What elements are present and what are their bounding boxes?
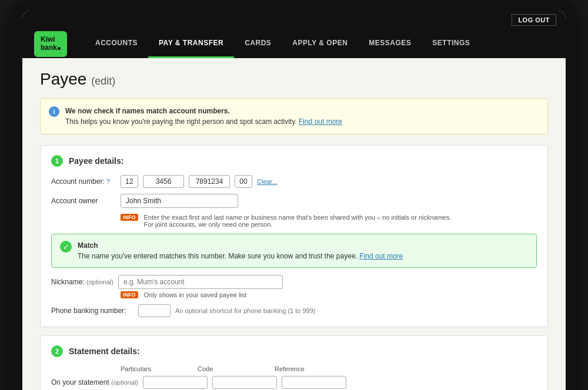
account-number-row: Account number: ? 12 3456 7891234 00 Cle… <box>51 175 537 188</box>
logout-button[interactable]: LOG OUT <box>512 14 556 26</box>
stmt-particulars-input1[interactable] <box>143 376 208 389</box>
info-icon: i <box>49 106 59 117</box>
account-branch[interactable]: 3456 <box>143 175 184 188</box>
nickname-info-badge: INFO <box>121 291 138 298</box>
stmt-row1-label: On your statement (optional) <box>51 378 138 386</box>
clear-link[interactable]: Clear... <box>257 178 278 185</box>
section1-header: 1 Payee details: <box>51 155 537 167</box>
account-owner-input[interactable] <box>121 194 238 208</box>
stmt-col-code: Code <box>198 365 265 372</box>
nav-links: ACCOUNTS PAY & TRANSFER CARDS APPLY & OP… <box>85 29 480 58</box>
nav-bar: Kiwi bank ACCOUNTS PAY & TRANSFER CARDS … <box>22 29 566 58</box>
page-title: Payee (edit) <box>40 70 548 89</box>
phone-banking-input[interactable] <box>138 304 171 317</box>
section2-header: 2 Statement details: <box>51 345 537 357</box>
stmt-reference-input1[interactable] <box>282 376 346 389</box>
section2-num: 2 <box>51 345 63 357</box>
info-banner: i We now check if names match account nu… <box>40 98 548 135</box>
account-help-icon[interactable]: ? <box>106 178 110 185</box>
info-banner-text: We now check if names match account numb… <box>65 106 342 127</box>
section1-num: 1 <box>51 155 63 167</box>
nickname-row: Nickname: (optional) <box>51 275 537 289</box>
logo-dot <box>58 47 61 50</box>
nickname-label: Nickname: (optional) <box>51 278 113 286</box>
nav-cards[interactable]: CARDS <box>234 29 282 58</box>
phone-banking-label: Phone banking number: <box>51 307 133 315</box>
screen: LOG OUT Kiwi bank ACCOUNTS PAY & TRANSFE… <box>22 11 566 390</box>
account-owner-label: Account owner <box>51 197 116 205</box>
match-checkmark-icon: ✓ <box>60 241 72 253</box>
info-banner-link[interactable]: Find out more <box>299 117 342 126</box>
logo-box: Kiwi bank <box>34 31 67 57</box>
statement-column-headers: Particulars Code Reference <box>121 365 537 372</box>
nav-messages[interactable]: MESSAGES <box>358 29 422 58</box>
section2-title: Statement details: <box>69 347 140 356</box>
page-content: Payee (edit) i We now check if names mat… <box>22 58 566 390</box>
section1-title: Payee details: <box>69 156 123 166</box>
nav-accounts[interactable]: ACCOUNTS <box>85 29 148 58</box>
stmt-code-input1[interactable] <box>212 376 277 389</box>
stmt-col-reference: Reference <box>275 365 342 372</box>
account-number-label: Account number: ? <box>51 177 116 186</box>
match-box: ✓ Match The name you've entered matches … <box>51 234 537 268</box>
stmt-col-particulars: Particulars <box>121 365 188 372</box>
phone-banking-row: Phone banking number: An optional shortc… <box>51 304 537 317</box>
account-bank[interactable]: 12 <box>121 175 138 188</box>
phone-banking-hint: An optional shortcut for phone banking (… <box>175 307 316 314</box>
tablet-frame: LOG OUT Kiwi bank ACCOUNTS PAY & TRANSFE… <box>12 0 576 390</box>
owner-hint-row: INFO Enter the exact first and last name… <box>121 214 537 228</box>
section-payee-details: 1 Payee details: Account number: ? 12 34… <box>40 145 548 327</box>
account-owner-row: Account owner <box>51 194 537 208</box>
nav-pay-transfer[interactable]: PAY & TRANSFER <box>148 29 234 58</box>
owner-info-badge: INFO <box>121 214 138 221</box>
account-suffix[interactable]: 00 <box>235 175 252 188</box>
logo: Kiwi bank <box>34 31 67 57</box>
logo-text: Kiwi bank <box>41 36 61 51</box>
match-text: Match The name you've entered matches th… <box>78 240 403 261</box>
owner-hint-text: Enter the exact first and last name or b… <box>144 214 452 228</box>
nickname-hint-text: Only shows in your saved payee list <box>144 291 247 298</box>
match-find-out-link[interactable]: Find out more <box>359 252 403 260</box>
section-statement-details: 2 Statement details: Particulars Code Re… <box>40 335 548 390</box>
nickname-input[interactable] <box>118 275 283 289</box>
top-bar: LOG OUT <box>22 11 566 29</box>
nav-settings[interactable]: SETTINGS <box>422 29 480 58</box>
account-number[interactable]: 7891234 <box>189 175 230 188</box>
statement-row1: On your statement (optional) <box>51 376 537 389</box>
nav-apply-open[interactable]: APPLY & OPEN <box>282 29 358 58</box>
nickname-hint-row: INFO Only shows in your saved payee list <box>121 291 537 298</box>
